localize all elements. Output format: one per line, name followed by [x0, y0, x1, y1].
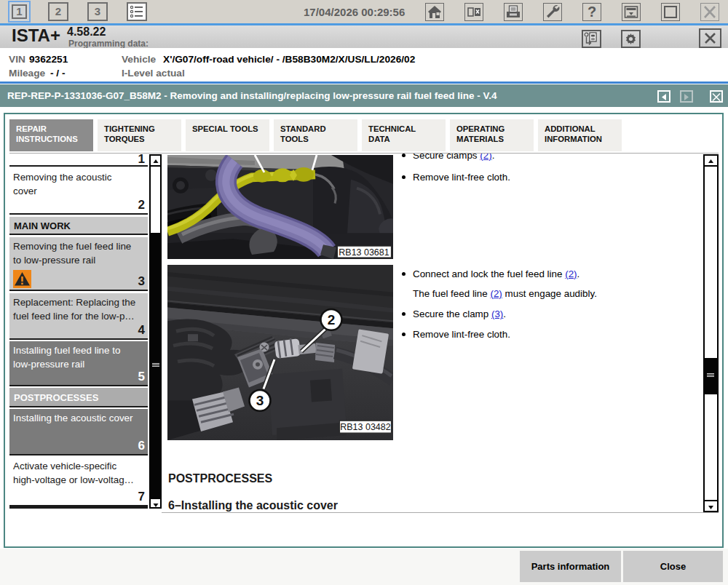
svg-text:3: 3: [256, 393, 264, 408]
svg-text:RB13 03482: RB13 03482: [340, 422, 391, 432]
svg-text:RB13 03681: RB13 03681: [339, 247, 389, 258]
svg-text:2: 2: [328, 312, 336, 327]
